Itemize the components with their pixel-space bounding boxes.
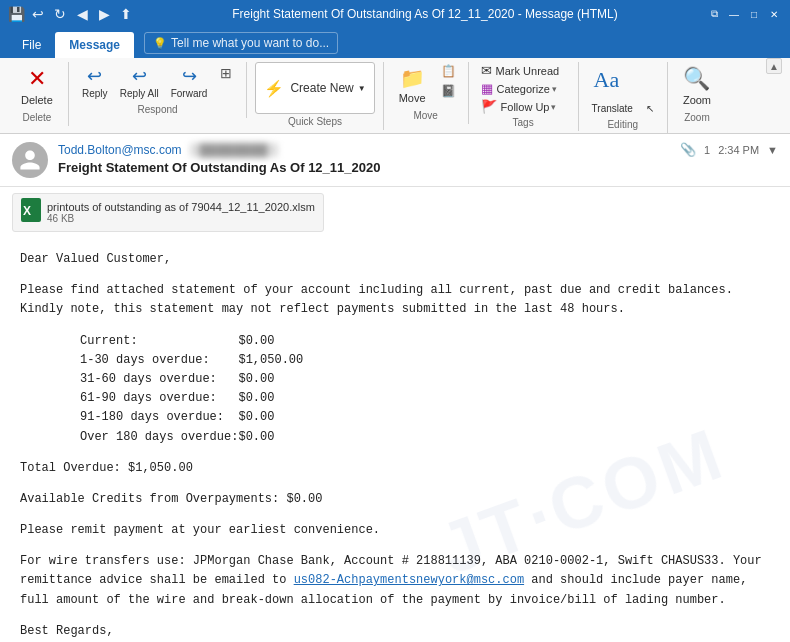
attachment-name: printouts of outstanding as of 79044_12_… [47, 201, 315, 213]
ribbon-group-move: 📁 Move 📋 📓 Move [384, 62, 469, 124]
balance-value: $0.00 [238, 408, 303, 427]
translate-icon: Aa [594, 67, 620, 93]
total-overdue: Total Overdue: $1,050.00 [20, 459, 770, 478]
delete-group-label: Delete [14, 112, 60, 126]
balance-label: 91-180 days overdue: [80, 408, 238, 427]
quick-steps-label: Quick Steps [255, 116, 374, 130]
ribbon-group-quicksteps: ⚡ Create New ▼ Quick Steps [247, 62, 383, 130]
balance-value: $0.00 [238, 370, 303, 389]
attachment-count: 1 [704, 144, 710, 156]
mark-unread-button[interactable]: ✉ Mark Unread [477, 62, 570, 79]
balance-label: Over 180 days overdue: [80, 428, 238, 447]
categorize-icon: ▦ [481, 81, 493, 96]
rules-icon: 📋 [441, 64, 456, 78]
sender-email: Todd.Bolton@msc.com [58, 143, 182, 157]
greeting: Dear Valued Customer, [20, 250, 770, 269]
body-para1: Please find attached statement of your a… [20, 281, 770, 319]
window-controls: ⧉ — □ ✕ [706, 6, 782, 22]
follow-up-label: Follow Up [501, 101, 550, 113]
translate-label: Translate [592, 103, 633, 114]
reply-button[interactable]: ↩ Reply [77, 62, 113, 102]
tell-me-bar[interactable]: 💡 Tell me what you want to do... [144, 32, 338, 54]
balance-label: 61-90 days overdue: [80, 389, 238, 408]
ribbon-group-delete: ✕ Delete Delete [6, 62, 69, 126]
delete-button[interactable]: ✕ Delete [14, 62, 60, 110]
sender-name-blurred: ████████ [190, 143, 278, 157]
email-meta: Todd.Bolton@msc.com ████████ 📎 1 2:34 PM… [58, 142, 778, 175]
forward-button[interactable]: ↪ Forward [166, 62, 213, 102]
rules-button[interactable]: 📋 [437, 62, 460, 80]
follow-up-dropdown: ▾ [551, 102, 556, 112]
tab-message[interactable]: Message [55, 32, 134, 58]
table-row: 91-180 days overdue: $0.00 [80, 408, 303, 427]
redo-icon[interactable]: ↻ [52, 6, 68, 22]
balance-label: Current: [80, 332, 238, 351]
reply-all-button[interactable]: ↩ Reply All [115, 62, 164, 102]
more-respond-button[interactable]: ⊞ [214, 62, 238, 84]
create-new-dropdown-arrow: ▼ [358, 84, 366, 93]
follow-up-button[interactable]: 🚩 Follow Up ▾ [477, 98, 570, 115]
wire-email-link[interactable]: us082-Achpaymentsnewyork@msc.com [294, 573, 524, 587]
ribbon-collapse-btn[interactable]: ▲ [766, 58, 782, 74]
restore-window-btn[interactable]: ⧉ [706, 6, 722, 22]
editing-group-label: Editing [587, 119, 659, 133]
tab-file[interactable]: File [8, 32, 55, 58]
lightbulb-icon: 💡 [153, 37, 167, 50]
categorize-button[interactable]: ▦ Categorize ▾ [477, 80, 570, 97]
balance-label: 1-30 days overdue: [80, 351, 238, 370]
attachment-item[interactable]: X printouts of outstanding as of 79044_1… [12, 193, 324, 232]
minimize-btn[interactable]: — [726, 6, 742, 22]
expand-icon[interactable]: ▼ [767, 144, 778, 156]
tell-me-text: Tell me what you want to do... [171, 36, 329, 50]
zoom-label: Zoom [683, 94, 711, 106]
table-row: 31-60 days overdue: $0.00 [80, 370, 303, 389]
onenote-icon: 📓 [441, 84, 456, 98]
zoom-button[interactable]: 🔍 Zoom [676, 62, 718, 110]
mark-unread-label: Mark Unread [496, 65, 560, 77]
balance-label: 31-60 days overdue: [80, 370, 238, 389]
more-respond-icon: ⊞ [220, 65, 232, 81]
close-btn[interactable]: ✕ [766, 6, 782, 22]
create-new-icon: ⚡ [264, 79, 284, 98]
maximize-btn[interactable]: □ [746, 6, 762, 22]
forward-label: Forward [171, 88, 208, 99]
window-title: Freight Statement Of Outstanding As Of 1… [144, 7, 706, 21]
excel-icon: X [21, 198, 41, 227]
sender-row: Todd.Bolton@msc.com ████████ 📎 1 2:34 PM… [58, 142, 778, 157]
ribbon-group-zoom: 🔍 Zoom Zoom [668, 62, 726, 126]
move-icon: 📁 [400, 66, 425, 90]
table-row: 61-90 days overdue: $0.00 [80, 389, 303, 408]
respond-group-label: Respond [77, 104, 239, 118]
delete-icon: ✕ [28, 66, 46, 92]
balance-value: $0.00 [238, 428, 303, 447]
email-header: Todd.Bolton@msc.com ████████ 📎 1 2:34 PM… [0, 134, 790, 187]
sender-avatar [12, 142, 48, 178]
onenote-button[interactable]: 📓 [437, 82, 460, 100]
forward-icon[interactable]: ▶ [96, 6, 112, 22]
mark-unread-icon: ✉ [481, 63, 492, 78]
follow-up-icon: 🚩 [481, 99, 497, 114]
balance-value: $0.00 [238, 389, 303, 408]
reply-all-label: Reply All [120, 88, 159, 99]
cursor-button[interactable]: ↖ [641, 100, 659, 117]
create-new-button[interactable]: ⚡ Create New ▼ [255, 62, 374, 114]
table-row: 1-30 days overdue: $1,050.00 [80, 351, 303, 370]
email-subject: Freight Statement Of Outstanding As Of 1… [58, 160, 778, 175]
ribbon-group-editing: Aa Translate ↖ Editing [579, 62, 668, 133]
undo-icon[interactable]: ↩ [30, 6, 46, 22]
translate-button[interactable]: Aa [587, 62, 627, 98]
forward-icon: ↪ [182, 65, 197, 87]
create-new-label: Create New [290, 81, 353, 95]
attachment-info: printouts of outstanding as of 79044_12_… [47, 201, 315, 224]
save-icon[interactable]: 💾 [8, 6, 24, 22]
wire-transfer-text: For wire transfers use: JPMorgan Chase B… [20, 552, 770, 610]
move-button[interactable]: 📁 Move [392, 62, 433, 108]
up-icon[interactable]: ⬆ [118, 6, 134, 22]
back-icon[interactable]: ◀ [74, 6, 90, 22]
attachment-size: 46 KB [47, 213, 315, 224]
ribbon-group-respond: ↩ Reply ↩ Reply All ↪ Forward ⊞ Respond [69, 62, 248, 118]
translate-label-btn[interactable]: Translate [587, 100, 638, 117]
ribbon-group-tags: ✉ Mark Unread ▦ Categorize ▾ 🚩 Follow Up… [469, 62, 579, 131]
balance-value: $1,050.00 [238, 351, 303, 370]
balance-value: $0.00 [238, 332, 303, 351]
